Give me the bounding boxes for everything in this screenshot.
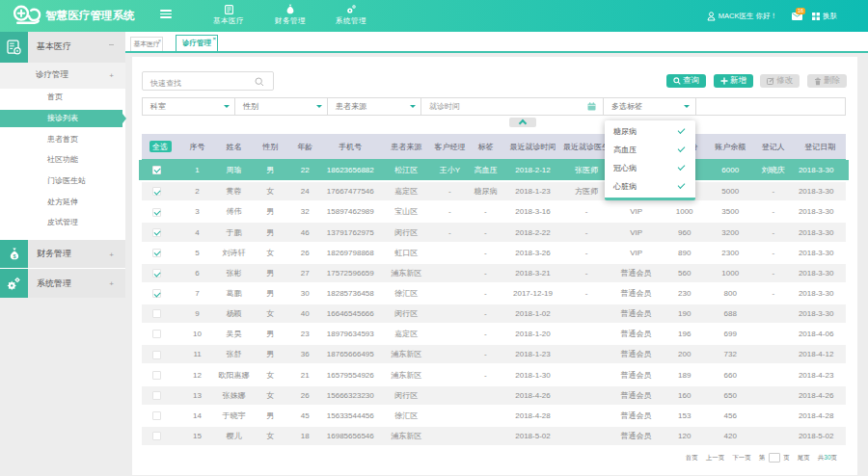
svg-text:$: $: [13, 253, 15, 259]
